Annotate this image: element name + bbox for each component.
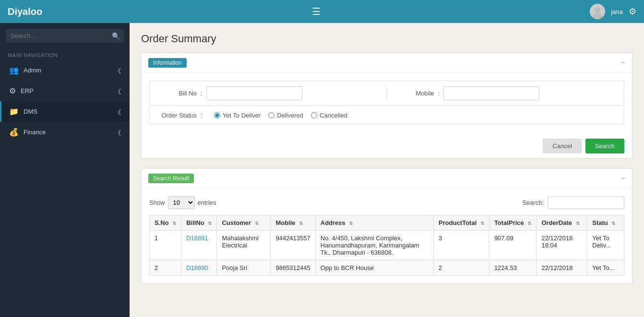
erp-label: ERP xyxy=(21,87,34,94)
bill-no-input[interactable] xyxy=(206,86,302,100)
user-name: jana xyxy=(611,8,623,15)
nav-section-label: MAIN NAVIGATION xyxy=(0,48,130,60)
page-title: Order Summary xyxy=(141,33,632,45)
show-entries-left: Show 10 25 50 100 entries xyxy=(149,196,216,209)
cell-address: No. 4/450, Lakshmi Complex, Hanumandhapu… xyxy=(315,231,433,260)
sort-tp-icon[interactable]: ⇅ xyxy=(527,221,531,226)
cell-address: Opp to BCR House xyxy=(315,260,433,276)
dms-icon: 📁 xyxy=(9,107,19,116)
order-status-label: Order Status xyxy=(157,112,201,119)
radio-yet-to-deliver[interactable]: Yet To Deliver xyxy=(214,112,261,119)
sidebar-search-icon: 🔍 xyxy=(112,32,120,40)
result-minimize-btn[interactable]: − xyxy=(621,175,625,182)
info-minimize-btn[interactable]: − xyxy=(621,59,625,67)
app-logo: Diyaloo xyxy=(8,6,42,17)
mobile-input[interactable] xyxy=(443,86,539,100)
radio-delivered-input[interactable] xyxy=(268,112,274,118)
sort-billno-icon[interactable]: ⇅ xyxy=(208,221,212,226)
admin-label: Admin xyxy=(24,67,41,74)
radio-cancelled-input[interactable] xyxy=(311,112,317,118)
sidebar-item-dms[interactable]: 📁 DMS ❮ xyxy=(0,101,130,122)
cell-mobile: 9865312445 xyxy=(271,260,315,276)
cell-total-price: 907.09 xyxy=(489,231,537,260)
entries-select[interactable]: 10 25 50 100 xyxy=(168,196,195,209)
dms-arrow-icon: ❮ xyxy=(117,108,122,115)
finance-icon: 💰 xyxy=(9,128,19,137)
sidebar-item-erp[interactable]: ⚙ ERP ❮ xyxy=(0,81,130,101)
cancel-button[interactable]: Cancel xyxy=(543,139,581,153)
header-right: jana ⚙ xyxy=(590,4,636,19)
cell-status: Yet To... xyxy=(587,260,624,276)
avatar xyxy=(590,4,605,19)
col-sno: S.No ⇅ xyxy=(150,215,181,231)
col-address: Address ⇅ xyxy=(315,215,433,231)
search-button[interactable]: Search xyxy=(585,139,624,153)
dms-label: DMS xyxy=(24,108,37,115)
cell-product-total: 2 xyxy=(434,260,489,276)
cell-customer: Pooja Sri xyxy=(217,260,271,276)
col-status: Statu ⇅ xyxy=(587,215,624,231)
col-order-date: OrderDate ⇅ xyxy=(537,215,587,231)
cell-mobile: 9442413557 xyxy=(271,231,315,260)
form-group-mobile: Mobile : xyxy=(387,86,624,100)
sort-status-icon[interactable]: ⇅ xyxy=(611,221,615,226)
result-badge: Search Result xyxy=(148,174,194,183)
content-area: Order Summary Information − Bill No : Mo… xyxy=(130,23,644,317)
info-panel-header: Information − xyxy=(142,53,632,73)
cell-total-price: 1224.53 xyxy=(489,260,537,276)
show-label: Show xyxy=(149,199,165,206)
erp-icon: ⚙ xyxy=(9,86,16,95)
radio-ytd-input[interactable] xyxy=(214,112,220,118)
radio-cancelled[interactable]: Cancelled xyxy=(311,112,347,119)
table-row: 1 D18891 Mahalakshmi Electrical 94424135… xyxy=(150,231,624,260)
cell-order-date: 22/12/2018 18:04 xyxy=(537,231,587,260)
erp-arrow-icon: ❮ xyxy=(117,88,122,94)
cell-order-date: 22/12/2018 xyxy=(537,260,587,276)
finance-arrow-icon: ❮ xyxy=(117,129,122,136)
info-panel: Information − Bill No : Mobile : xyxy=(141,53,632,159)
sort-od-icon[interactable]: ⇅ xyxy=(576,221,580,226)
cell-billno: D18891 xyxy=(181,231,217,260)
result-panel-header: Search Result − xyxy=(142,169,632,188)
sidebar-search-container: 🔍 xyxy=(0,23,130,48)
sort-pt-icon[interactable]: ⇅ xyxy=(480,221,484,226)
sort-customer-icon[interactable]: ⇅ xyxy=(255,221,259,226)
table-search-label: Search: xyxy=(522,199,544,206)
radio-cancelled-label: Cancelled xyxy=(320,112,347,119)
settings-icon[interactable]: ⚙ xyxy=(629,6,636,17)
sidebar-item-admin[interactable]: 👥 Admin ❮ xyxy=(0,60,130,81)
sort-address-icon[interactable]: ⇅ xyxy=(349,221,353,226)
col-customer: Customer ⇅ xyxy=(217,215,271,231)
table-header-row: S.No ⇅ BillNo ⇅ Customer ⇅ Mobile ⇅ Addr… xyxy=(150,215,624,231)
menu-toggle-icon[interactable]: ☰ xyxy=(312,6,321,17)
billno-link[interactable]: D18891 xyxy=(186,235,208,242)
admin-arrow-icon: ❮ xyxy=(117,67,122,74)
result-panel: Search Result − Show 10 25 50 100 entrie… xyxy=(141,168,632,284)
cell-sno: 1 xyxy=(150,231,181,260)
billno-link[interactable]: D18890 xyxy=(186,264,208,271)
info-panel-body: Bill No : Mobile : Order Status xyxy=(142,73,632,134)
col-total-price: TotalPrice ⇅ xyxy=(489,215,537,231)
sidebar-search-input[interactable] xyxy=(6,29,124,43)
svg-point-1 xyxy=(593,13,603,18)
form-row-billno-mobile: Bill No : Mobile : xyxy=(149,81,624,106)
bill-no-label: Bill No xyxy=(157,90,201,97)
show-entries-row: Show 10 25 50 100 entries Search: xyxy=(149,196,624,209)
orders-table: S.No ⇅ BillNo ⇅ Customer ⇅ Mobile ⇅ Addr… xyxy=(149,215,624,276)
mobile-label: Mobile xyxy=(395,90,438,97)
result-panel-body: Show 10 25 50 100 entries Search: xyxy=(142,188,632,283)
btn-row: Cancel Search xyxy=(142,134,632,158)
info-badge: Information xyxy=(148,58,187,68)
sort-sno-icon[interactable]: ⇅ xyxy=(172,221,176,226)
sort-mobile-icon[interactable]: ⇅ xyxy=(299,221,303,226)
form-group-billno: Bill No : xyxy=(150,86,387,100)
radio-delivered[interactable]: Delivered xyxy=(268,112,303,119)
sidebar-item-finance[interactable]: 💰 Finance ❮ xyxy=(0,122,130,142)
finance-label: Finance xyxy=(24,129,46,136)
form-row-order-status: Order Status : Yet To Deliver Delivered xyxy=(149,107,624,124)
table-search-input[interactable] xyxy=(548,196,624,209)
cell-sno: 2 xyxy=(150,260,181,276)
cell-customer: Mahalakshmi Electrical xyxy=(217,231,271,260)
col-mobile: Mobile ⇅ xyxy=(271,215,315,231)
form-group-status: Order Status : Yet To Deliver Delivered xyxy=(150,112,624,119)
